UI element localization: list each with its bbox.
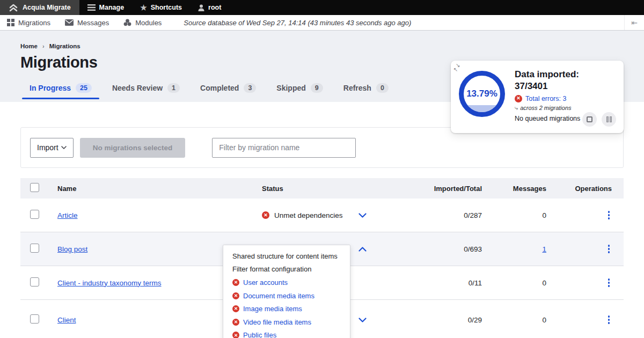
- migration-name-link[interactable]: Blog post: [57, 245, 87, 253]
- popover-error-icon: ✕: [232, 319, 239, 326]
- admin-toolbar: Acquia Migrate Manage ★ Shortcuts root: [0, 0, 644, 15]
- imported-total-value: 0/11: [369, 279, 482, 287]
- progress-ring: 13.79%: [459, 71, 505, 117]
- popover-item[interactable]: ✕ Public files: [223, 329, 350, 338]
- shortcuts-label: Shortcuts: [151, 4, 182, 11]
- user-icon: [198, 4, 204, 11]
- data-imported-label: Data imported:: [515, 69, 580, 80]
- table-header-row: Name Status Imported/Total Messages Oper…: [20, 178, 624, 199]
- popover-error-icon: ✕: [232, 279, 239, 286]
- toolbar-item-modules[interactable]: Modules: [123, 19, 162, 27]
- chevron-down-icon: [61, 146, 67, 149]
- kebab-menu-icon[interactable]: [606, 243, 612, 255]
- stop-button[interactable]: [582, 112, 597, 127]
- manage-menu[interactable]: Manage: [79, 0, 133, 15]
- header-status: Status: [262, 185, 369, 193]
- popover-item-label: Shared structure for content items: [232, 252, 338, 260]
- stop-icon: [587, 116, 592, 122]
- tab-count-badge: 25: [76, 83, 92, 93]
- chevron-toggle[interactable]: [357, 211, 368, 219]
- messages-count[interactable]: 0: [542, 316, 546, 324]
- tab-label: Skipped: [276, 84, 305, 92]
- popover-item[interactable]: ✕ User accounts: [223, 276, 350, 289]
- imported-total-value: 0/693: [369, 245, 482, 253]
- acquia-migrate-brand[interactable]: Acquia Migrate: [0, 0, 79, 15]
- row-checkbox[interactable]: [30, 314, 39, 324]
- messages-count[interactable]: 1: [542, 245, 546, 253]
- migration-name-link[interactable]: Client - industry taxonomy terms: [57, 279, 162, 287]
- popover-item-label: Image media items: [243, 305, 302, 313]
- migration-name-link[interactable]: Client: [57, 316, 76, 324]
- double-chevron-up-icon: [9, 4, 18, 12]
- tab[interactable]: Refresh 0: [336, 81, 396, 99]
- actions-toolbar: Import No migrations selected: [20, 127, 624, 168]
- popover-error-icon: ✕: [232, 305, 239, 312]
- tab-count-badge: 0: [376, 83, 389, 93]
- toolbar-migrations-label: Migrations: [18, 19, 50, 27]
- user-menu[interactable]: root: [190, 0, 229, 15]
- shortcuts-menu[interactable]: ★ Shortcuts: [132, 0, 190, 15]
- tab[interactable]: Needs Review 1: [105, 81, 187, 99]
- row-checkbox[interactable]: [30, 277, 39, 286]
- tab[interactable]: Completed 3: [193, 81, 264, 99]
- across-migrations-note: ⤷ across 2 migrations: [515, 105, 580, 112]
- across-migrations-label: across 2 migrations: [520, 105, 571, 111]
- progress-percent: 13.79%: [466, 89, 497, 99]
- total-errors-link[interactable]: Total errors: 3: [525, 95, 566, 102]
- tab[interactable]: Skipped 9: [269, 81, 330, 99]
- star-icon: ★: [140, 4, 147, 11]
- pause-button[interactable]: [602, 112, 616, 127]
- breadcrumb-home-link[interactable]: Home: [20, 43, 38, 49]
- header-imported-total: Imported/Total: [369, 185, 482, 193]
- grid-icon: [7, 19, 14, 26]
- import-label: Import: [37, 143, 58, 152]
- tab-label: Needs Review: [112, 84, 163, 92]
- import-dropdown-button[interactable]: Import: [30, 138, 74, 158]
- popover-item[interactable]: ✕ Document media items: [223, 289, 350, 303]
- filter-migration-input[interactable]: [212, 138, 356, 158]
- progress-card: ↘↖ 13.79% Data imported: 37/3401 ✕ Total…: [451, 61, 624, 133]
- collapse-toolbar-icon[interactable]: ⇤: [624, 15, 644, 30]
- manage-label: Manage: [99, 4, 125, 11]
- messages-count[interactable]: 0: [542, 211, 546, 219]
- header-messages: Messages: [482, 185, 552, 193]
- breadcrumb-current: Migrations: [49, 43, 80, 49]
- select-all-checkbox[interactable]: [30, 183, 39, 192]
- data-imported-fraction: 37/3401: [515, 80, 580, 92]
- tab[interactable]: In Progress 25: [22, 81, 99, 99]
- tab-count-badge: 3: [244, 83, 256, 93]
- toolbar-item-messages[interactable]: Messages: [65, 19, 109, 27]
- messages-count[interactable]: 0: [542, 279, 546, 287]
- imported-total-value: 0/29: [369, 316, 482, 324]
- breadcrumb-separator: ›: [42, 43, 45, 49]
- toolbar-messages-label: Messages: [77, 19, 109, 27]
- modules-icon: [123, 19, 131, 26]
- tab-count-badge: 9: [311, 83, 323, 93]
- kebab-menu-icon[interactable]: [606, 276, 612, 289]
- kebab-menu-icon[interactable]: [606, 209, 612, 222]
- popover-item[interactable]: ✕ Image media items: [223, 302, 350, 315]
- secondary-toolbar: Migrations Messages Modules Source datab…: [0, 15, 644, 31]
- table-row: Article ✕ Unmet dependencies 0/287 0: [20, 199, 624, 232]
- popover-item: ✕ Filter format configuration: [223, 263, 350, 276]
- popover-error-icon: ✕: [232, 292, 239, 299]
- tab-count-badge: 1: [167, 83, 180, 93]
- row-checkbox[interactable]: [30, 244, 39, 253]
- chevron-toggle[interactable]: [357, 245, 368, 253]
- popover-item-label: Video file media items: [243, 318, 311, 326]
- popover-item[interactable]: ✕ Video file media items: [223, 315, 350, 329]
- kebab-menu-icon[interactable]: [606, 313, 612, 326]
- popover-item: ✕ Shared structure for content items: [223, 249, 350, 263]
- collapse-card-icon[interactable]: ↘↖: [456, 63, 460, 72]
- chevron-toggle[interactable]: [357, 316, 368, 324]
- migration-name-link[interactable]: Article: [57, 211, 78, 219]
- tab-label: Completed: [200, 84, 239, 92]
- user-label: root: [208, 4, 221, 11]
- migration-controls: [582, 112, 616, 127]
- header-operations: Operations: [552, 185, 624, 193]
- popover-item-label: Document media items: [243, 292, 314, 300]
- row-checkbox[interactable]: [30, 210, 39, 219]
- breadcrumb: Home › Migrations: [20, 43, 624, 49]
- hook-arrow-icon: ⤷: [515, 105, 518, 112]
- toolbar-item-migrations[interactable]: Migrations: [7, 19, 50, 27]
